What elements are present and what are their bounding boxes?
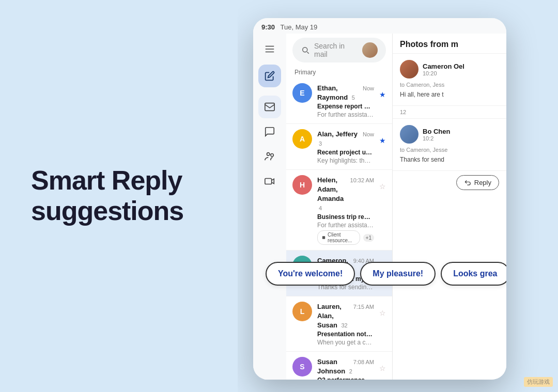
hero-text-block: Smart Reply suggestions: [31, 165, 217, 227]
email-preview-3: For further assistance pleas...: [317, 222, 374, 229]
email-content-2: Alan, Jeffery 3 Now Recent project updat…: [317, 129, 374, 164]
detail-email-1: Cameron Oel 10:20 to Cameron, Jess Hi al…: [393, 54, 506, 106]
detail-body-2: Thanks for send: [400, 155, 499, 164]
email-time-5: 7:15 AM: [353, 304, 374, 310]
avatar-lauren: L: [292, 302, 312, 321]
email-item-2[interactable]: A Alan, Jeffery 3 Now Recent project upd…: [286, 124, 392, 170]
detail-sender-1: Cameron Oel: [423, 62, 499, 70]
detail-header: Photos from m: [393, 34, 506, 54]
star-button-5[interactable]: ☆: [379, 309, 386, 317]
svg-rect-3: [265, 103, 274, 111]
email-sender-6: Susan Johnson: [317, 358, 345, 375]
star-button-1[interactable]: ★: [379, 90, 386, 99]
detail-pane: Photos from m Cameron Oel 10:20 to Camer…: [393, 34, 506, 380]
email-list-pane: Search in mail Primary E Ethan, Raymond …: [286, 34, 393, 380]
email-item-6[interactable]: S Susan Johnson 2 7:08 AM Q3 performance…: [286, 352, 392, 380]
watermark: 仿玩游戏: [524, 377, 553, 387]
detail-time-1: 10:20: [423, 70, 499, 76]
sidebar-video-icon[interactable]: [258, 170, 281, 193]
reply-btn-area: Reply: [393, 171, 506, 194]
detail-email-2: Bo Chen 10:2 to Cameron, Jesse Thanks fo…: [393, 119, 506, 171]
svg-point-5: [271, 154, 274, 157]
detail-avatar-1: [400, 60, 419, 79]
section-primary-label: Primary: [286, 67, 392, 78]
email-subject-3: Business trip report: [317, 213, 374, 221]
search-bar-container: Search in mail: [286, 34, 392, 67]
email-preview-2: Key highlights: the team has...: [317, 157, 374, 164]
svg-rect-7: [322, 236, 325, 239]
main-area: Search in mail Primary E Ethan, Raymond …: [253, 34, 506, 380]
sidebar: [253, 34, 286, 380]
smart-reply-2[interactable]: My pleasure!: [360, 262, 436, 286]
detail-to-2: to Cameron, Jesse: [400, 147, 499, 153]
email-sender-5: Lauren, Alan, Susan: [317, 303, 342, 329]
email-content-5: Lauren, Alan, Susan 32 7:15 AM Presentat…: [317, 302, 374, 346]
search-placeholder: Search in mail: [314, 42, 358, 58]
sidebar-meet-icon[interactable]: [258, 145, 281, 168]
email-sender-2: Alan, Jeffery: [317, 130, 358, 138]
email-time-2: Now: [363, 131, 374, 137]
status-time: 9:30: [261, 23, 275, 31]
plus-badge-3: +1: [363, 234, 374, 242]
email-item-5[interactable]: L Lauren, Alan, Susan 32 7:15 AM Present…: [286, 296, 392, 352]
sidebar-chat-icon[interactable]: [258, 120, 281, 143]
detail-time-2: 10:2: [423, 135, 499, 142]
email-content-1: Ethan, Raymond 5 Now Expense report pend…: [317, 83, 374, 118]
svg-point-4: [267, 153, 270, 156]
email-content-3: Helen, Adam, Amanda 4 10:32 AM Business …: [317, 175, 374, 245]
detail-title: Photos from m: [400, 40, 499, 49]
email-time-1: Now: [363, 85, 374, 91]
email-subject-5: Presentation notes?: [317, 331, 374, 338]
status-bar: 9:30 Tue, May 19: [253, 18, 506, 34]
svg-rect-6: [265, 179, 272, 184]
reply-button[interactable]: Reply: [456, 175, 499, 190]
email-time-6: 7:08 AM: [353, 359, 374, 365]
status-date: Tue, May 19: [280, 23, 317, 31]
compose-button[interactable]: [258, 65, 281, 87]
hamburger-menu-icon[interactable]: [258, 38, 281, 60]
star-button-6[interactable]: ☆: [379, 364, 386, 372]
email-preview-1: For further assistance please...: [317, 111, 374, 118]
hero-title: Smart Reply suggestions: [31, 165, 217, 227]
detail-avatar-2: [400, 125, 419, 144]
smart-reply-overlay: You're welcome! My pleasure! Looks grea: [264, 256, 506, 292]
smart-reply-1[interactable]: You're welcome!: [266, 262, 355, 286]
email-chip-3: Client resource...: [317, 230, 360, 245]
email-sender-3: Helen, Adam, Amanda: [317, 176, 344, 202]
device-wrapper: 9:30 Tue, May 19: [238, 0, 558, 392]
tablet: 9:30 Tue, May 19: [253, 18, 506, 380]
email-subject-2: Recent project updates: [317, 149, 374, 156]
email-content-6: Susan Johnson 2 7:08 AM Q3 performance s…: [317, 357, 374, 380]
detail-to-1: to Cameron, Jess: [400, 82, 499, 88]
email-item-3[interactable]: H Helen, Adam, Amanda 4 10:32 AM Busines…: [286, 170, 392, 250]
detail-sender-2: Bo Chen: [423, 128, 499, 135]
email-time-3: 10:32 AM: [350, 177, 374, 183]
smart-reply-3[interactable]: Looks grea: [441, 262, 506, 286]
detail-date-divider: 12: [393, 106, 506, 119]
avatar-ethan: E: [292, 83, 312, 103]
avatar-susan: S: [292, 357, 312, 377]
email-subject-1: Expense report pending: [317, 103, 374, 110]
star-button-2[interactable]: ★: [379, 136, 386, 145]
email-item-1[interactable]: E Ethan, Raymond 5 Now Expense report pe…: [286, 78, 392, 124]
detail-body-1: Hi all, here are t: [400, 90, 499, 99]
user-avatar[interactable]: [362, 42, 378, 58]
avatar-helen: H: [292, 175, 312, 195]
star-button-3[interactable]: ☆: [379, 182, 386, 191]
email-sender-1: Ethan, Raymond: [317, 84, 348, 101]
email-subject-6: Q3 performance summary: [317, 377, 374, 380]
search-input[interactable]: Search in mail: [292, 38, 386, 62]
avatar-alan: A: [292, 129, 312, 149]
sidebar-mail-icon[interactable]: [258, 96, 281, 118]
email-preview-5: When you get a chance could...: [317, 339, 374, 346]
